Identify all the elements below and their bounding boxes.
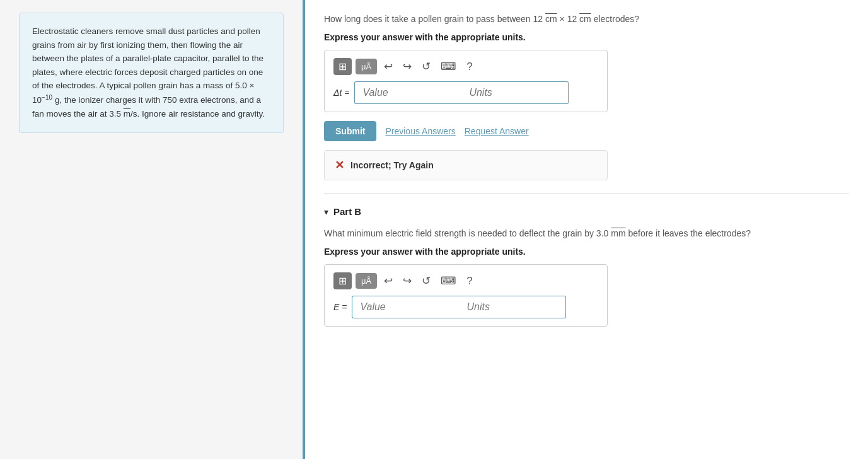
part-a-units-input[interactable] [461, 81, 569, 104]
part-b-redo-icon: ↪ [403, 275, 412, 287]
refresh-icon: ↺ [422, 61, 431, 73]
redo-button[interactable]: ↪ [400, 58, 415, 75]
part-b-title: Part B [333, 206, 361, 217]
part-b-question: What minimum electric field strength is … [324, 227, 849, 240]
part-b-redo-button[interactable]: ↪ [400, 272, 415, 289]
undo-icon: ↩ [384, 61, 393, 73]
keyboard-icon: ⌨ [441, 61, 456, 73]
right-panel: How long does it take a pollen grain to … [303, 0, 868, 459]
undo-button[interactable]: ↩ [381, 58, 396, 75]
part-b-keyboard-button[interactable]: ⌨ [437, 272, 460, 289]
keyboard-button[interactable]: ⌨ [437, 58, 460, 75]
help-button[interactable]: ? [463, 59, 475, 75]
part-b-answer-box: ⊞ μÅ ↩ ↪ ↺ ⌨ ? [324, 264, 608, 327]
part-b-value-input[interactable] [352, 296, 459, 318]
part-b-grid-icon: ⊞ [339, 275, 347, 287]
part-b-undo-button[interactable]: ↩ [381, 272, 396, 289]
part-a-btn-row: Submit Previous Answers Request Answer [324, 121, 849, 141]
problem-text: Electrostatic cleaners remove small dust… [32, 26, 265, 119]
left-panel: Electrostatic cleaners remove small dust… [0, 0, 303, 459]
part-b-e-label: E = [333, 302, 347, 312]
chevron-down-icon[interactable]: ▾ [324, 207, 328, 217]
part-b-mu-label: μÅ [361, 276, 371, 286]
part-b-instruction: Express your answer with the appropriate… [324, 247, 849, 257]
part-b-mu-button[interactable]: μÅ [356, 273, 377, 289]
help-icon: ? [466, 61, 472, 73]
part-b-keyboard-icon: ⌨ [441, 275, 456, 287]
part-b-header: ▾ Part B [324, 206, 849, 217]
part-b-section: ▾ Part B What minimum electric field str… [324, 193, 849, 327]
incorrect-icon: ✕ [335, 158, 344, 172]
part-b-refresh-button[interactable]: ↺ [419, 272, 434, 289]
part-a-value-input[interactable] [354, 81, 461, 104]
mu-label: μÅ [361, 62, 371, 71]
part-a-question: How long does it take a pollen grain to … [324, 13, 849, 26]
part-a-delta-t-label: Δt = [333, 88, 349, 98]
problem-description: Electrostatic cleaners remove small dust… [19, 13, 284, 133]
redo-icon: ↪ [403, 61, 412, 73]
part-a-toolbar: ⊞ μÅ ↩ ↪ ↺ ⌨ ? [333, 58, 598, 75]
part-b-units-input[interactable] [459, 296, 566, 318]
grid-icon: ⊞ [339, 61, 347, 73]
request-answer-button[interactable]: Request Answer [465, 126, 529, 136]
part-a-instruction: Express your answer with the appropriate… [324, 32, 849, 42]
part-a-answer-box: ⊞ μÅ ↩ ↪ ↺ ⌨ ? [324, 50, 608, 112]
mu-button[interactable]: μÅ [356, 59, 377, 74]
previous-answers-button[interactable]: Previous Answers [385, 126, 455, 136]
part-b-grid-icon-button[interactable]: ⊞ [333, 272, 352, 289]
part-b-help-icon: ? [466, 275, 472, 287]
feedback-box: ✕ Incorrect; Try Again [324, 150, 608, 180]
part-b-undo-icon: ↩ [384, 275, 393, 287]
part-a-input-row: Δt = [333, 81, 598, 104]
feedback-text: Incorrect; Try Again [350, 160, 434, 170]
refresh-button[interactable]: ↺ [419, 58, 434, 75]
submit-button[interactable]: Submit [324, 121, 376, 141]
part-b-input-row: E = [333, 296, 598, 318]
part-b-refresh-icon: ↺ [422, 275, 431, 287]
grid-icon-button[interactable]: ⊞ [333, 58, 352, 75]
part-b-help-button[interactable]: ? [463, 273, 475, 289]
part-a-section: How long does it take a pollen grain to … [324, 13, 849, 180]
part-b-toolbar: ⊞ μÅ ↩ ↪ ↺ ⌨ ? [333, 272, 598, 289]
